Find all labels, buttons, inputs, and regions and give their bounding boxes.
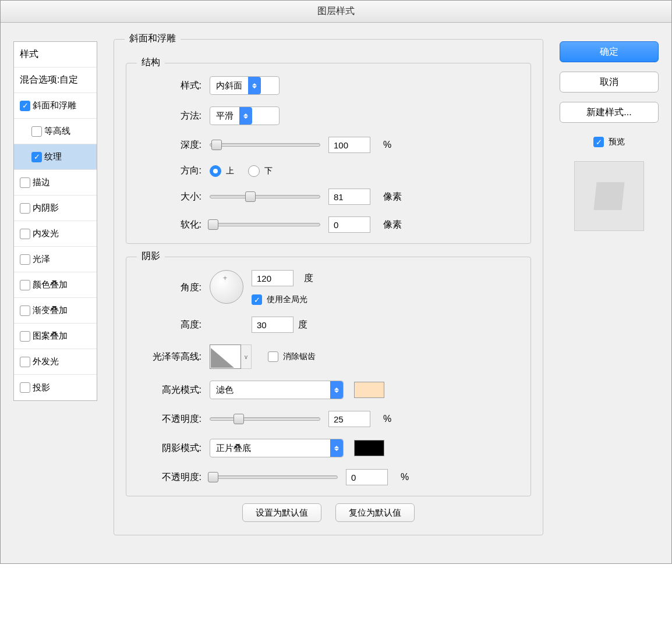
dropdown-arrow-icon — [239, 107, 252, 125]
sidebar-item-label: 投影 — [33, 382, 50, 393]
style-select[interactable]: 内斜面 — [210, 76, 280, 95]
set-default-button[interactable]: 设置为默认值 — [242, 503, 321, 522]
sidebar-item-drop-shadow[interactable]: 投影 — [14, 375, 97, 400]
preview-inner — [593, 182, 624, 210]
checkbox-color-overlay[interactable] — [20, 280, 30, 290]
content-area: 样式 混合选项:自定 斜面和浮雕 等高线 纹理 描边 — [1, 23, 671, 563]
sidebar-item-contour[interactable]: 等高线 — [14, 119, 97, 144]
angle-dial[interactable] — [210, 270, 243, 304]
soften-label: 软化: — [140, 219, 201, 231]
shadow-opacity-input[interactable] — [346, 469, 388, 485]
shading-legend: 阴影 — [137, 250, 165, 262]
shading-fieldset: 阴影 角度: 度 — [126, 257, 531, 496]
bevel-legend: 斜面和浮雕 — [125, 33, 181, 45]
highlight-opacity-unit: % — [383, 414, 391, 424]
highlight-opacity-input[interactable] — [328, 411, 370, 427]
size-input[interactable] — [328, 189, 370, 205]
checkbox-outer-glow[interactable] — [20, 357, 30, 367]
checkbox-bevel[interactable] — [20, 101, 30, 111]
depth-input[interactable] — [328, 137, 370, 153]
structure-legend: 结构 — [137, 56, 165, 69]
checkbox-satin[interactable] — [20, 254, 30, 265]
highlight-color-swatch[interactable] — [354, 382, 384, 398]
dropdown-arrow-icon — [248, 77, 261, 94]
depth-label: 深度: — [140, 139, 201, 151]
checkbox-contour[interactable] — [31, 126, 42, 137]
direction-up-radio[interactable]: 上 — [210, 165, 234, 177]
angle-label: 角度: — [140, 282, 201, 294]
shadow-mode-value: 正片叠底 — [216, 443, 324, 454]
preview-thumbnail — [574, 161, 644, 231]
checkbox-pattern-overlay[interactable] — [20, 331, 30, 342]
global-light-label: 使用全局光 — [267, 294, 307, 305]
sidebar-item-inner-glow[interactable]: 内发光 — [14, 221, 97, 247]
highlight-opacity-label: 不透明度: — [140, 413, 201, 425]
styles-sidebar: 样式 混合选项:自定 斜面和浮雕 等高线 纹理 描边 — [13, 41, 97, 401]
sidebar-item-label: 斜面和浮雕 — [33, 100, 76, 111]
shadow-mode-select[interactable]: 正片叠底 — [210, 439, 344, 457]
sidebar-item-stroke[interactable]: 描边 — [14, 170, 97, 196]
checkbox-gradient-overlay[interactable] — [20, 306, 30, 316]
shadow-opacity-slider[interactable] — [210, 475, 338, 479]
preview-label: 预览 — [609, 137, 625, 147]
soften-unit: 像素 — [383, 219, 402, 231]
checkbox-texture[interactable] — [31, 152, 42, 162]
antialias-checkbox[interactable] — [268, 351, 278, 362]
title-bar: 图层样式 — [1, 1, 671, 23]
shadow-color-swatch[interactable] — [354, 440, 384, 456]
radio-label: 下 — [264, 166, 273, 176]
reset-default-button[interactable]: 复位为默认值 — [335, 503, 415, 522]
technique-select[interactable]: 平滑 — [210, 106, 280, 125]
angle-unit: 度 — [304, 272, 313, 285]
sidebar-item-label: 外发光 — [33, 356, 59, 367]
angle-input[interactable] — [252, 270, 293, 286]
technique-value: 平滑 — [216, 111, 234, 122]
global-light-checkbox[interactable] — [252, 294, 262, 305]
sidebar-item-gradient-overlay[interactable]: 渐变叠加 — [14, 298, 97, 324]
sidebar-item-outer-glow[interactable]: 外发光 — [14, 349, 97, 375]
sidebar-item-label: 渐变叠加 — [33, 305, 68, 316]
bevel-fieldset: 斜面和浮雕 结构 样式: 内斜面 方法: 平滑 — [114, 39, 543, 535]
gloss-contour-picker[interactable] — [210, 344, 241, 369]
soften-slider[interactable] — [210, 223, 320, 226]
sidebar-header-blend[interactable]: 混合选项:自定 — [14, 68, 97, 93]
sidebar-item-label: 描边 — [33, 177, 50, 188]
depth-slider[interactable] — [210, 143, 320, 147]
direction-down-radio[interactable]: 下 — [248, 165, 273, 177]
dropdown-arrow-icon — [330, 381, 343, 399]
ok-button[interactable]: 确定 — [560, 41, 659, 62]
sidebar-item-label: 图案叠加 — [33, 331, 68, 342]
sidebar-item-pattern-overlay[interactable]: 图案叠加 — [14, 324, 97, 349]
right-column: 确定 取消 新建样式... 预览 — [560, 34, 659, 546]
sidebar-item-texture[interactable]: 纹理 — [14, 144, 97, 170]
sidebar-item-label: 光泽 — [33, 254, 50, 265]
chevron-down-icon[interactable]: v — [241, 344, 252, 369]
radio-label: 上 — [226, 166, 234, 176]
checkbox-drop-shadow[interactable] — [20, 382, 30, 393]
sidebar-item-satin[interactable]: 光泽 — [14, 247, 97, 272]
shadow-mode-label: 阴影模式: — [140, 442, 201, 454]
new-style-button[interactable]: 新建样式... — [560, 102, 659, 123]
sidebar-item-label: 纹理 — [44, 151, 62, 162]
sidebar-item-color-overlay[interactable]: 颜色叠加 — [14, 272, 97, 298]
altitude-input[interactable] — [252, 317, 293, 333]
sidebar-header-styles[interactable]: 样式 — [14, 42, 97, 68]
main-panel: 斜面和浮雕 结构 样式: 内斜面 方法: 平滑 — [114, 34, 543, 546]
radio-icon — [210, 165, 221, 177]
size-slider[interactable] — [210, 195, 320, 198]
soften-input[interactable] — [328, 216, 370, 233]
shadow-opacity-label: 不透明度: — [140, 471, 201, 484]
highlight-mode-select[interactable]: 滤色 — [210, 381, 344, 399]
sidebar-item-inner-shadow[interactable]: 内阴影 — [14, 196, 97, 221]
highlight-mode-value: 滤色 — [216, 385, 324, 396]
checkbox-inner-glow[interactable] — [20, 229, 30, 239]
sidebar-item-label: 内阴影 — [33, 203, 59, 214]
layer-style-dialog: 图层样式 样式 混合选项:自定 斜面和浮雕 等高线 纹理 — [0, 0, 672, 564]
preview-checkbox[interactable] — [593, 137, 604, 147]
checkbox-stroke[interactable] — [20, 177, 30, 188]
checkbox-inner-shadow[interactable] — [20, 203, 30, 214]
sidebar-item-bevel[interactable]: 斜面和浮雕 — [14, 93, 97, 119]
style-value: 内斜面 — [216, 80, 242, 91]
cancel-button[interactable]: 取消 — [560, 72, 659, 93]
highlight-opacity-slider[interactable] — [210, 417, 320, 421]
